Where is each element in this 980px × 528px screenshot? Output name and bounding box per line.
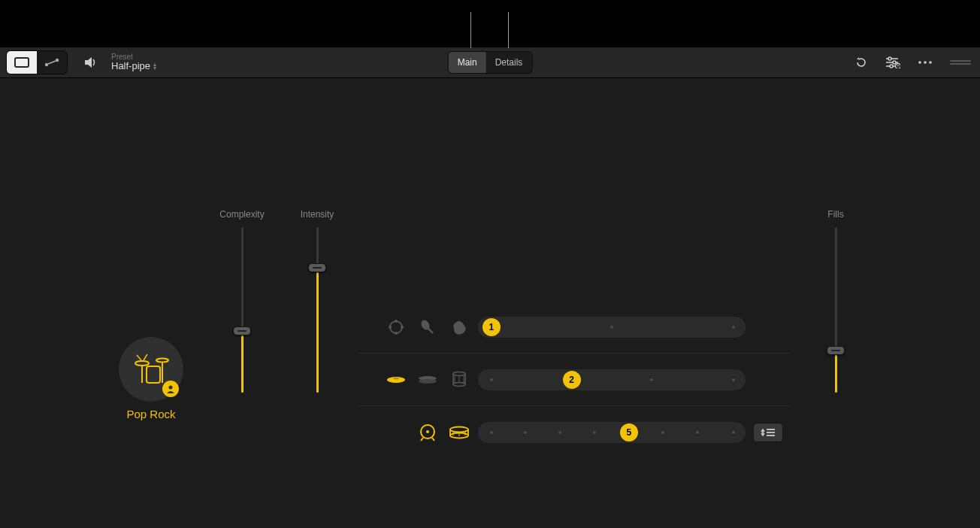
complexity-track [241,227,243,393]
drummer-style: Pop Rock [119,408,183,420]
svg-point-41 [426,430,429,433]
svg-point-33 [453,372,465,375]
complexity-thumb[interactable] [233,326,251,335]
track-dot [490,378,493,381]
track-dot [490,431,493,434]
percussion-track[interactable]: 1 [478,317,746,338]
tab-details[interactable]: Details [486,52,532,73]
claps-icon[interactable] [448,316,470,338]
percussion-thumb[interactable]: 1 [482,318,501,336]
hihat-closed-icon[interactable] [416,369,439,391]
svg-point-21 [169,386,173,390]
svg-point-13 [929,61,932,64]
svg-line-42 [421,438,423,441]
svg-point-30 [393,377,399,379]
more-button[interactable] [918,61,932,64]
tab-main[interactable]: Main [449,52,486,73]
intensity-fill [316,263,319,393]
complexity-slider-group: Complexity [219,209,265,393]
track-dot [696,431,699,434]
svg-point-2 [56,59,59,62]
svg-point-7 [893,61,896,64]
track-dot [558,431,561,434]
cymbals-row: 2 [358,354,791,406]
svg-point-12 [924,61,927,64]
drag-handle[interactable] [950,60,971,65]
preset-selector[interactable]: Preset Half-pipe ▴▾ [111,53,156,71]
kicksnare-icons [358,421,470,444]
snare-icon[interactable] [448,421,470,444]
svg-point-25 [395,320,398,323]
view-toggle [6,50,68,74]
intensity-thumb[interactable] [308,263,326,272]
fills-track [835,227,837,393]
preset-name: Half-pipe ▴▾ [111,61,156,71]
svg-point-5 [888,57,891,60]
view-tabs: Main Details [448,51,533,74]
intensity-slider-group: Intensity [295,209,340,393]
cymbals-thumb[interactable]: 2 [563,371,581,389]
callout-line-details [508,12,509,48]
svg-point-1 [45,63,48,66]
intensity-slider[interactable] [295,227,340,393]
complexity-slider[interactable] [219,227,265,393]
fills-thumb[interactable] [827,346,845,355]
automation-icon [44,57,60,68]
svg-line-28 [428,328,433,333]
refresh-icon [855,56,867,68]
automation-view-button[interactable] [37,51,67,74]
kick-icon[interactable] [416,421,439,444]
drummer-avatar [119,337,183,402]
track-dot [661,431,664,434]
svg-line-43 [432,438,434,441]
fills-label: Fills [813,209,858,220]
track-dot [524,431,527,434]
steps-button[interactable] [753,423,783,442]
svg-rect-14 [147,366,160,383]
toolbar: Preset Half-pipe ▴▾ Main Details [0,47,980,78]
drummer-tile[interactable]: Pop Rock [119,337,183,420]
track-dot [732,431,735,434]
more-icon [918,61,932,64]
percussion-row: 1 [358,301,791,354]
right-tools [855,56,974,68]
track-dot [732,378,735,381]
svg-point-26 [395,332,398,335]
panel-icon [14,57,29,68]
callout-line-main [470,12,471,48]
complexity-fill [241,326,243,393]
svg-point-22 [390,321,402,333]
tambourine-icon[interactable] [385,316,407,338]
panel-view-button[interactable] [7,51,37,74]
svg-point-24 [401,326,404,329]
row-extra [753,423,791,442]
kicksnare-row: 5 [358,406,791,459]
shaker-icon[interactable] [416,316,439,338]
kicksnare-track[interactable]: 5 [478,422,746,443]
percussion-icons [358,316,470,338]
settings-icon [885,56,900,68]
editor-canvas: Pop Rock Complexity Intensity Fills [0,78,980,528]
track-dot [650,378,653,381]
volume-button[interactable] [84,56,98,68]
steps-icon [761,427,776,438]
svg-point-36 [453,382,465,386]
complexity-label: Complexity [219,209,265,220]
svg-line-20 [144,354,147,360]
fills-slider-group: Fills [813,209,858,393]
svg-point-23 [389,326,392,329]
svg-point-9 [890,65,893,68]
settings-button[interactable] [885,56,900,68]
fills-slider[interactable] [813,227,858,393]
drumkit-icon [132,353,170,386]
cymbal-icon[interactable] [385,369,407,391]
hihat-open-icon[interactable] [448,369,470,391]
chevron-updown-icon: ▴▾ [153,62,156,70]
cymbals-track[interactable]: 2 [478,369,746,390]
svg-line-19 [137,355,141,360]
refresh-button[interactable] [855,56,867,68]
cymbals-icons [358,369,470,391]
svg-point-15 [135,361,149,366]
track-dot [593,431,596,434]
kicksnare-thumb[interactable]: 5 [620,423,638,442]
